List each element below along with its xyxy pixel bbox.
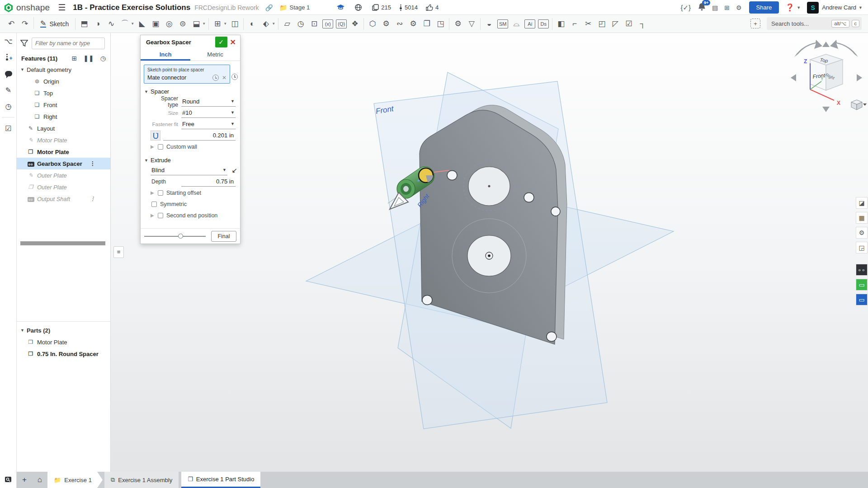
variable-icon[interactable]: (x) xyxy=(322,19,333,28)
remove-selection-icon[interactable]: ✕ xyxy=(222,75,226,81)
feature-row-motor-plate[interactable]: ✎Motor Plate xyxy=(17,134,110,146)
drawing-standard-icon[interactable]: Ds xyxy=(538,19,549,28)
named-views-icon[interactable]: ◲ xyxy=(856,242,868,253)
custom-tab-robot-icon[interactable]: o o xyxy=(856,264,868,276)
derive-icon[interactable]: ⊡ xyxy=(307,17,321,31)
comments-icon[interactable] xyxy=(0,66,17,82)
followers-stat[interactable]: 5014 xyxy=(399,4,418,11)
tab-exercise-1-part-studio[interactable]: ❐ Exercise 1 Part Studio xyxy=(181,472,260,488)
hole-icon[interactable]: ◎ xyxy=(162,17,176,31)
settings-icon[interactable]: ⚙ xyxy=(451,17,465,31)
tasks-icon[interactable]: ☑ xyxy=(0,120,17,136)
custom-feature-2-icon[interactable]: ⚙ xyxy=(406,17,420,31)
symmetric-checkbox[interactable] xyxy=(151,202,157,207)
cancel-icon[interactable]: ✕ xyxy=(230,38,236,47)
help-button[interactable]: ❓ xyxy=(785,3,794,12)
end-type-dropdown[interactable]: Blind▼ xyxy=(151,165,227,175)
app-store-icon[interactable]: ⊞ xyxy=(724,4,730,11)
tab-exercise-1-assembly[interactable]: ⧉ Exercise 1 Assembly xyxy=(104,472,179,488)
history-icon[interactable]: ◷ xyxy=(0,98,17,114)
appearance-panel-icon[interactable]: ◪ xyxy=(856,197,868,209)
wire-icon[interactable]: ┐ xyxy=(636,17,649,31)
feature-row-motor-plate[interactable]: ❐Motor Plate xyxy=(17,146,110,158)
preview-slider-knob[interactable] xyxy=(178,234,183,239)
transform-icon[interactable]: ⬖ xyxy=(259,17,273,31)
feature-manager-icon[interactable]: ⌥ xyxy=(0,33,17,49)
final-button[interactable]: Final xyxy=(211,231,236,242)
size-dropdown[interactable]: #10▼ xyxy=(181,108,236,118)
feature-row-outer-plate[interactable]: ❐Outer Plate xyxy=(17,181,110,193)
pattern-icon[interactable]: ⊞ xyxy=(211,17,224,31)
onshape-logo-icon[interactable] xyxy=(4,3,14,13)
expand-caret-icon[interactable]: ▼ xyxy=(20,67,27,72)
feature-row-layout[interactable]: ✎Layout xyxy=(17,122,110,134)
task-list-icon[interactable]: ▤ xyxy=(712,4,718,11)
search-tabs-button[interactable] xyxy=(0,472,17,488)
feature-menu-dots-icon[interactable]: ⋮ xyxy=(90,196,95,202)
part-row-0-75-in-round-spacer[interactable]: ❒0.75 In. Round Spacer xyxy=(17,348,110,360)
confirm-button[interactable]: ✓ xyxy=(215,37,227,47)
thicken-icon[interactable]: ⊜ xyxy=(176,17,189,31)
sketch-point-selection[interactable]: Sketch point to place spacer Mate connec… xyxy=(144,65,230,84)
sweep-icon[interactable]: ∿ xyxy=(104,17,118,31)
add-mate-connector-icon[interactable] xyxy=(231,74,238,80)
ai-icon[interactable]: Ai xyxy=(524,19,535,28)
display-states-icon[interactable]: ▦ xyxy=(856,212,868,224)
main-menu-icon[interactable]: ☰ xyxy=(58,2,66,13)
filter-icon[interactable] xyxy=(20,40,28,47)
tab-metric[interactable]: Metric xyxy=(190,49,240,61)
copy-link-icon[interactable]: 🔗 xyxy=(265,4,273,11)
spacer-section-header[interactable]: ▼Spacer xyxy=(144,88,240,95)
feature-menu-dots-icon[interactable]: ⋮ xyxy=(90,160,95,167)
workspace-name[interactable]: FRCDesignLib Rework xyxy=(194,4,259,11)
mirror-icon[interactable]: ◫ xyxy=(228,17,241,31)
feature-row-output-shaft[interactable]: ooOutput Shaft⋮ xyxy=(17,193,110,205)
guide-blue-icon[interactable]: ▭ xyxy=(856,294,868,305)
notifications-button[interactable]: 9+ xyxy=(698,3,706,13)
configurations-icon[interactable]: ⚙ xyxy=(856,227,868,239)
instances-icon[interactable]: ❖ xyxy=(348,17,362,31)
featurescript-check-icon[interactable]: {✓} xyxy=(680,4,691,12)
depth-field[interactable]: 0.75 in xyxy=(181,177,236,187)
mate-connector-icon[interactable]: ◷ xyxy=(294,17,307,31)
split-icon[interactable]: ◧ xyxy=(554,17,568,31)
redo-icon[interactable]: ↷ xyxy=(18,17,32,31)
variable-lookup-icon[interactable]: (Q) xyxy=(336,19,347,28)
fillet-icon[interactable]: ⌒ xyxy=(118,17,132,31)
tab-inch[interactable]: Inch xyxy=(141,49,190,61)
user-name[interactable]: Andrew Card xyxy=(822,4,856,11)
likes-stat[interactable]: 4 xyxy=(426,4,439,11)
starting-offset-expand-icon[interactable]: ▶ xyxy=(151,190,158,195)
folder-breadcrumb[interactable]: Stage 1 xyxy=(290,4,310,11)
bend-icon[interactable]: ⌐ xyxy=(568,17,581,31)
parts-header-row[interactable]: ▼ Parts (2) xyxy=(17,324,110,336)
guide-green-icon[interactable]: ▭ xyxy=(856,279,868,291)
feature-row-right[interactable]: ❏Right xyxy=(17,111,110,122)
feature-row-default-geometry[interactable]: ▼Default geometry xyxy=(17,64,110,75)
view-mode-button[interactable] xyxy=(851,100,867,110)
feature-filter-input[interactable] xyxy=(32,38,105,49)
copies-stat[interactable]: 215 xyxy=(372,4,391,11)
notes-icon[interactable]: ✎ xyxy=(0,82,17,98)
follow-mode-icon[interactable]: + xyxy=(0,49,17,66)
document-title[interactable]: 1B - Practice Exercise Solutions xyxy=(73,3,190,12)
feature-row-front[interactable]: ❏Front xyxy=(17,99,110,111)
appearance-icon[interactable]: ◒ xyxy=(482,17,496,31)
shell-icon[interactable]: ▣ xyxy=(149,17,162,31)
frame-trim-icon[interactable]: ☑ xyxy=(622,17,636,31)
sketch-region-icon[interactable]: ◳ xyxy=(434,17,447,31)
frame-icon[interactable]: ◰ xyxy=(595,17,609,31)
flip-direction-icon[interactable]: ↙ xyxy=(231,166,237,174)
primitive-cube-icon[interactable]: ⬡ xyxy=(366,17,379,31)
part-row-motor-plate[interactable]: ❒Motor Plate xyxy=(17,336,110,348)
feature-row-top[interactable]: ❏Top xyxy=(17,87,110,99)
custom-feature-icon[interactable]: ⚙ xyxy=(379,17,393,31)
bore-diameter-field[interactable]: 0.201 in xyxy=(163,131,236,141)
starting-offset-checkbox[interactable] xyxy=(158,190,163,196)
pause-rebuild-icon[interactable]: ❚❚ xyxy=(83,55,94,62)
cube-face-top-label[interactable]: Top xyxy=(820,57,828,63)
chamfer-icon[interactable]: ◣ xyxy=(135,17,149,31)
tab-exercise-1[interactable]: 📁 Exercise 1 xyxy=(47,472,103,488)
spline-icon[interactable]: ∾ xyxy=(393,17,406,31)
feature-row-gearbox-spacer[interactable]: ooGearbox Spacer⋮ xyxy=(17,158,110,169)
